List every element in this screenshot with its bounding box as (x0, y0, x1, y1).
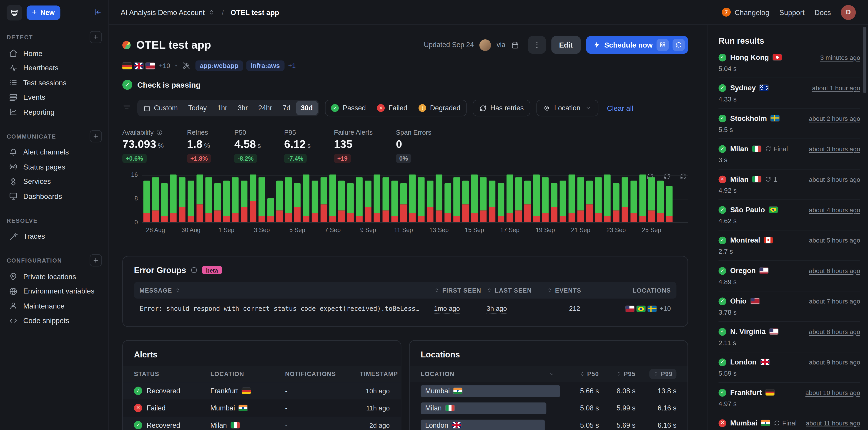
chart-bar[interactable] (383, 177, 389, 222)
chart-bar[interactable] (666, 186, 673, 222)
chart-bar[interactable] (391, 180, 398, 222)
chart-bar[interactable] (613, 183, 619, 222)
clear-all-button[interactable]: Clear all (607, 104, 633, 112)
run-result-item[interactable]: ✓Hong Kong3 minutes ago5.04 s (719, 48, 860, 78)
chart-bar[interactable] (170, 174, 177, 222)
time-range-today[interactable]: Today (183, 101, 212, 115)
run-timestamp[interactable]: about 10 hours ago (805, 389, 860, 396)
chart-bar[interactable] (312, 180, 318, 222)
tags-more[interactable]: +1 (288, 62, 296, 69)
column-p99[interactable]: P99 (636, 369, 676, 379)
location-row[interactable]: Mumbai5.66 s8.08 s13.8 s (410, 382, 687, 399)
sidebar-item-services[interactable]: Services (7, 174, 102, 189)
column-notifications[interactable]: NOTIFICATIONS (285, 371, 360, 377)
scrollbar-thumb[interactable] (863, 27, 866, 93)
filter-degraded[interactable]: !Degraded (413, 101, 466, 116)
run-timestamp[interactable]: about 7 hours ago (809, 298, 860, 305)
first-seen[interactable]: 1mo ago (434, 305, 460, 314)
checkly-logo[interactable] (7, 5, 22, 21)
sidebar-item-code-snippets[interactable]: Code snippets (7, 313, 102, 328)
run-timestamp[interactable]: 3 minutes ago (820, 54, 860, 60)
column-p50[interactable]: P50 (560, 371, 599, 377)
sidebar-item-alert-channels[interactable]: Alert channels (7, 145, 102, 160)
chart-bar[interactable] (374, 174, 380, 222)
chart-bar[interactable] (551, 183, 557, 222)
run-result-item[interactable]: ✓Montrealabout 5 hours ago2.7 s (719, 230, 860, 261)
run-timestamp[interactable]: about 9 hours ago (809, 359, 860, 365)
chart-bar[interactable] (542, 177, 549, 222)
chart-bar[interactable] (648, 177, 655, 222)
chart-bar[interactable] (444, 183, 451, 222)
column-p95[interactable]: P95 (599, 371, 636, 377)
chart-bar[interactable] (196, 174, 203, 222)
chart-bar[interactable] (276, 180, 283, 222)
chart-bar[interactable] (578, 177, 584, 222)
chart-bar[interactable] (418, 177, 425, 222)
column-message[interactable]: MESSAGE (140, 287, 434, 293)
chart-bar[interactable] (303, 174, 309, 222)
sidebar-item-test-sessions[interactable]: Test sessions (7, 75, 102, 90)
collapse-sidebar-button[interactable] (93, 7, 102, 18)
chart-bar[interactable] (657, 180, 663, 222)
sidebar-item-maintenance[interactable]: Maintenance (7, 298, 102, 313)
location-filter[interactable]: Location (536, 99, 598, 116)
chart-bar[interactable] (365, 180, 371, 222)
chart-bar[interactable] (630, 180, 637, 222)
chart-bar[interactable] (533, 174, 540, 222)
chart-bar[interactable] (205, 177, 212, 222)
sidebar-add-detect-button[interactable] (90, 31, 102, 43)
time-range-30d[interactable]: 30d (296, 101, 318, 115)
chart-bar[interactable] (214, 183, 221, 222)
time-range-24hr[interactable]: 24hr (253, 101, 277, 115)
alert-row[interactable]: ✓RecoveredFrankfurt-10h ago (123, 382, 401, 399)
run-timestamp[interactable]: about 8 hours ago (809, 328, 860, 335)
chart-bar[interactable] (516, 177, 522, 222)
column-timestamp[interactable]: TIMESTAMP (360, 371, 398, 377)
chart-bar[interactable] (409, 174, 415, 222)
sidebar-item-private-locations[interactable]: Private locations (7, 269, 102, 284)
column-status[interactable]: STATUS (134, 371, 210, 377)
schedule-now-button[interactable]: Schedule now (586, 36, 688, 54)
location-row[interactable]: London5.05 s5.69 s6.16 s (410, 417, 687, 430)
chart-bar[interactable] (489, 180, 495, 222)
chart-bar[interactable] (639, 174, 646, 222)
time-range-3hr[interactable]: 3hr (233, 101, 253, 115)
run-timestamp[interactable]: about 3 hours ago (809, 176, 860, 182)
run-result-item[interactable]: ✕Milan1about 3 hours ago4.92 s (719, 170, 860, 200)
column-last-seen[interactable]: LAST SEEN (487, 287, 539, 293)
run-result-item[interactable]: ✓Stockholmabout 2 hours ago5.5 s (719, 109, 860, 139)
chart-bar[interactable] (356, 177, 363, 222)
location-row[interactable]: Milan5.08 s5.99 s6.16 s (410, 400, 687, 417)
chart-bar[interactable] (179, 177, 185, 222)
tag-app-webapp[interactable]: app:webapp (195, 60, 243, 71)
chart-bar[interactable] (586, 180, 593, 222)
chart-bar[interactable] (453, 177, 460, 222)
chart-bar[interactable] (568, 174, 575, 222)
chart-bar[interactable] (427, 180, 433, 222)
time-range-custom[interactable]: Custom (138, 101, 183, 115)
sidebar-item-heartbeats[interactable]: Heartbeats (7, 61, 102, 76)
time-range-7d[interactable]: 7d (278, 101, 295, 115)
column-location[interactable]: LOCATION (210, 371, 285, 377)
run-timestamp[interactable]: about 5 hours ago (809, 237, 860, 243)
tag-infra-aws[interactable]: infra:aws (246, 60, 284, 71)
chart-bar[interactable] (258, 177, 265, 222)
run-result-item[interactable]: ✓N. Virginiaabout 8 hours ago2.11 s (719, 322, 860, 352)
filter-failed[interactable]: ✕Failed (371, 101, 413, 116)
run-timestamp[interactable]: about 4 hours ago (809, 206, 860, 213)
changelog-link[interactable]: 7 Changelog (722, 8, 769, 17)
run-result-item[interactable]: ✓Oregonabout 6 hours ago4.89 s (719, 261, 860, 291)
chart-bar[interactable] (294, 183, 301, 222)
sidebar-item-reporting[interactable]: Reporting (7, 105, 102, 119)
sidebar-add-communicate-button[interactable] (90, 130, 102, 142)
edit-button[interactable]: Edit (551, 36, 581, 54)
parallel-run-icon[interactable] (657, 39, 669, 51)
chart-bar[interactable] (462, 180, 469, 222)
run-result-item[interactable]: ✕MumbaiFinalabout 11 hours ago1.52 s (719, 413, 860, 430)
last-seen[interactable]: 3h ago (487, 305, 507, 314)
sidebar-item-dashboards[interactable]: Dashboards (7, 189, 102, 204)
run-result-item[interactable]: ✓MilanFinalabout 3 hours ago3 s (719, 139, 860, 170)
user-avatar[interactable]: D (841, 5, 856, 20)
sidebar-item-status-pages[interactable]: Status pages (7, 160, 102, 174)
run-timestamp[interactable]: about 11 hours ago (806, 420, 860, 426)
